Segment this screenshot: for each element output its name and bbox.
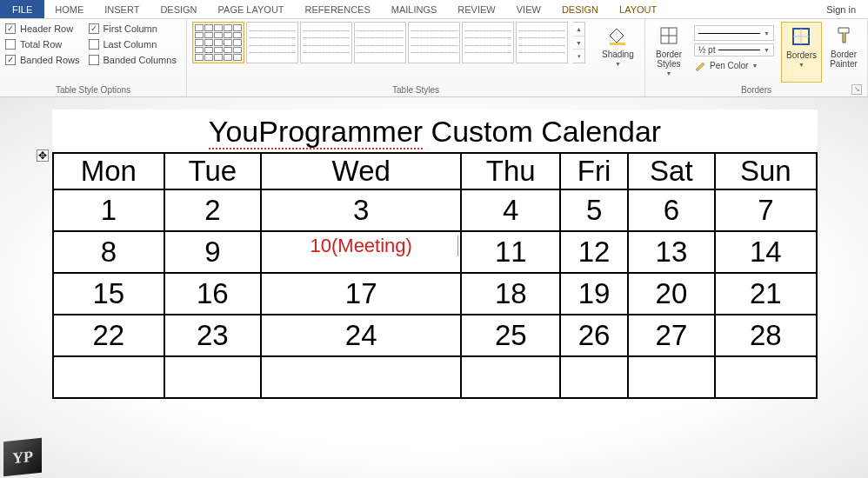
border-styles-button[interactable]: Border Styles ▼ bbox=[651, 22, 687, 83]
ribbon: ✓Header Row Total Row ✓Banded Rows ✓Firs… bbox=[0, 19, 868, 97]
styles-gallery-more[interactable]: ▲▼▾ bbox=[573, 22, 585, 63]
calendar-cell[interactable]: 6 bbox=[628, 189, 714, 231]
calendar-cell[interactable]: 21 bbox=[715, 273, 817, 315]
group-label: Borders bbox=[741, 85, 771, 95]
calendar-table[interactable]: YouProgrammer Custom Calendar MonTueWedT… bbox=[52, 110, 818, 399]
day-header[interactable]: Fri bbox=[560, 153, 628, 189]
calendar-cell[interactable]: 5 bbox=[560, 189, 628, 231]
tab-references[interactable]: REFERENCES bbox=[295, 0, 381, 18]
calendar-cell[interactable]: 2 bbox=[164, 189, 261, 231]
chk-first-column[interactable]: ✓First Column bbox=[89, 23, 177, 34]
page: YouProgrammer Custom Calendar MonTueWedT… bbox=[52, 110, 818, 399]
calendar-cell[interactable]: 18 bbox=[461, 273, 560, 315]
day-header[interactable]: Sun bbox=[715, 153, 817, 189]
pen-color-picker[interactable]: Pen Color ▼ bbox=[694, 59, 774, 71]
calendar-cell[interactable]: 25 bbox=[461, 315, 560, 356]
tab-page-layout[interactable]: PAGE LAYOUT bbox=[208, 0, 295, 18]
tab-review[interactable]: REVIEW bbox=[447, 0, 505, 18]
borders-icon bbox=[788, 24, 814, 49]
day-header[interactable]: Wed bbox=[261, 153, 461, 189]
table-move-handle[interactable]: ✥ bbox=[37, 149, 49, 162]
chk-label: Header Row bbox=[20, 23, 73, 34]
calendar-cell[interactable] bbox=[53, 356, 164, 398]
title-word-misspelled: YouProgrammer bbox=[209, 115, 423, 149]
calendar-cell[interactable]: 13 bbox=[628, 231, 714, 273]
borders-button[interactable]: Borders ▼ bbox=[781, 22, 822, 83]
chk-banded-columns[interactable]: Banded Columns bbox=[89, 55, 177, 65]
tab-table-layout[interactable]: LAYOUT bbox=[609, 0, 667, 18]
table-style-thumb[interactable] bbox=[246, 22, 298, 63]
table-style-thumb[interactable] bbox=[516, 22, 568, 63]
calendar-cell[interactable]: 28 bbox=[715, 315, 817, 356]
sign-in-link[interactable]: Sign in bbox=[814, 0, 868, 18]
group-label: Table Styles bbox=[392, 85, 439, 95]
calendar-cell[interactable]: 7 bbox=[715, 189, 817, 231]
chk-banded-rows[interactable]: ✓Banded Rows bbox=[5, 55, 80, 65]
tab-view[interactable]: VIEW bbox=[506, 0, 551, 18]
calendar-cell[interactable]: 17 bbox=[261, 273, 461, 315]
group-borders: Border Styles ▼ ▼ ½ pt▼ Pen Color ▼ Bord… bbox=[645, 19, 868, 96]
pen-width-value: ½ pt bbox=[698, 45, 715, 55]
chk-total-row[interactable]: Total Row bbox=[5, 39, 80, 50]
calendar-cell[interactable]: 16 bbox=[164, 273, 261, 315]
calendar-cell[interactable]: 3 bbox=[261, 189, 461, 231]
calendar-cell[interactable]: 9 bbox=[164, 231, 261, 273]
calendar-cell[interactable]: 12 bbox=[560, 231, 628, 273]
file-tab[interactable]: FILE bbox=[0, 0, 44, 18]
tab-table-design[interactable]: DESIGN bbox=[551, 0, 609, 18]
group-label: Table Style Options bbox=[56, 85, 130, 95]
table-style-thumb[interactable] bbox=[354, 22, 406, 63]
chk-label: Banded Rows bbox=[20, 55, 80, 65]
calendar-cell[interactable] bbox=[715, 356, 817, 398]
table-style-thumb[interactable] bbox=[192, 22, 244, 63]
pen-width-picker[interactable]: ½ pt▼ bbox=[694, 43, 774, 56]
tab-home[interactable]: HOME bbox=[44, 0, 94, 18]
bucket-icon bbox=[604, 23, 631, 48]
watermark-logo: YP bbox=[3, 438, 42, 477]
calendar-cell[interactable]: 22 bbox=[53, 315, 164, 356]
calendar-cell[interactable] bbox=[560, 356, 628, 398]
table-style-thumb[interactable] bbox=[462, 22, 514, 63]
table-title[interactable]: YouProgrammer Custom Calendar bbox=[53, 110, 817, 152]
shading-button[interactable]: Shading ▼ bbox=[598, 22, 638, 83]
calendar-cell[interactable]: 4 bbox=[461, 189, 560, 231]
tab-mailings[interactable]: MAILINGS bbox=[381, 0, 448, 18]
chk-last-column[interactable]: Last Column bbox=[89, 39, 177, 50]
line-style-picker[interactable]: ▼ bbox=[694, 25, 774, 41]
tab-bar: FILE HOME INSERT DESIGN PAGE LAYOUT REFE… bbox=[0, 0, 868, 19]
table-style-thumb[interactable] bbox=[408, 22, 460, 63]
chevron-down-icon: ▼ bbox=[798, 62, 805, 68]
calendar-cell[interactable]: 8 bbox=[53, 231, 164, 273]
calendar-cell[interactable]: 10(Meeting) bbox=[261, 231, 461, 273]
btn-label: Border Painter bbox=[830, 50, 858, 69]
calendar-cell[interactable] bbox=[164, 356, 261, 398]
dialog-launcher-icon[interactable]: ↘ bbox=[851, 84, 862, 95]
calendar-cell[interactable]: 23 bbox=[164, 315, 261, 356]
calendar-cell[interactable] bbox=[261, 356, 461, 398]
border-painter-button[interactable]: Border Painter bbox=[825, 22, 862, 83]
tab-insert[interactable]: INSERT bbox=[94, 0, 150, 18]
calendar-cell[interactable]: 24 bbox=[261, 315, 461, 356]
chk-label: Total Row bbox=[20, 39, 62, 50]
chk-header-row[interactable]: ✓Header Row bbox=[5, 23, 80, 34]
svg-rect-0 bbox=[610, 43, 625, 45]
calendar-cell[interactable]: 15 bbox=[53, 273, 164, 315]
day-header[interactable]: Sat bbox=[628, 153, 714, 189]
calendar-cell[interactable]: 20 bbox=[628, 273, 714, 315]
chk-label: Banded Columns bbox=[103, 55, 177, 65]
chk-label: First Column bbox=[103, 23, 157, 34]
day-header[interactable]: Tue bbox=[164, 153, 261, 189]
day-header[interactable]: Mon bbox=[53, 153, 164, 189]
calendar-cell[interactable]: 19 bbox=[560, 273, 628, 315]
calendar-cell[interactable]: 26 bbox=[560, 315, 628, 356]
calendar-cell[interactable]: 11 bbox=[461, 231, 560, 273]
calendar-cell[interactable] bbox=[461, 356, 560, 398]
chevron-down-icon: ▼ bbox=[764, 30, 770, 37]
calendar-cell[interactable]: 14 bbox=[715, 231, 817, 273]
tab-design[interactable]: DESIGN bbox=[150, 0, 207, 18]
day-header[interactable]: Thu bbox=[461, 153, 560, 189]
table-style-thumb[interactable] bbox=[300, 22, 352, 63]
calendar-cell[interactable]: 27 bbox=[628, 315, 714, 356]
calendar-cell[interactable]: 1 bbox=[53, 189, 164, 231]
calendar-cell[interactable] bbox=[628, 356, 714, 398]
